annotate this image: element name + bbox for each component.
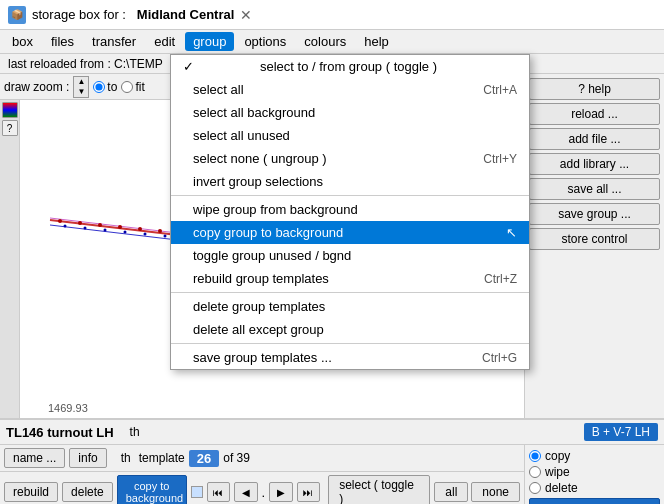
title-bar: 📦 storage box for : Midland Central ✕ [0,0,664,30]
menu-help[interactable]: help [356,32,397,51]
menu-group[interactable]: group [185,32,234,51]
reload-button[interactable]: reload ... [529,103,660,125]
separator-2 [171,292,529,293]
nav-last-button[interactable]: ⏭ [297,482,321,502]
separator-3 [171,343,529,344]
info-button[interactable]: info [69,448,106,468]
right-panel: ? help reload ... add file ... add libra… [525,74,664,418]
name-button[interactable]: name ... [4,448,65,468]
menu-bar: box files transfer edit group options co… [0,30,664,54]
nav-first-button[interactable]: ⏮ [207,482,231,502]
bottom-left: name ... info th template 26 of 39 rebui… [0,445,525,504]
all-none-group: all none [434,482,520,502]
separator-1 [171,195,529,196]
svg-point-15 [144,233,147,236]
canvas-tools: ? [0,100,20,418]
nav-dot: . [262,485,266,500]
dropdown-item-toggle-unused[interactable]: toggle group unused / bgnd [171,244,529,267]
bottom-main: name ... info th template 26 of 39 rebui… [0,445,664,504]
svg-point-14 [124,231,127,234]
dropdown-item-delete-all-except[interactable]: delete all except group [171,318,529,341]
version-badge: B + V-7 LH [584,423,658,441]
menu-options[interactable]: options [236,32,294,51]
dropdown-item-select-all-unused[interactable]: select all unused [171,124,529,147]
svg-point-8 [158,229,162,233]
dropdown-item-select-toggle[interactable]: select to / from group ( toggle ) [171,55,529,78]
spinner-down[interactable]: ▼ [74,87,88,97]
radio-group: copy wipe delete [529,449,660,495]
svg-point-11 [64,225,67,228]
copy-background-button[interactable]: copy to background [117,475,187,504]
svg-point-13 [104,229,107,232]
app-icon: 📦 [8,6,26,24]
dropdown-item-save-templates[interactable]: save group templates ... Ctrl+G [171,346,529,369]
svg-point-3 [58,219,62,223]
menu-edit[interactable]: edit [146,32,183,51]
tool-question[interactable]: ? [2,120,18,136]
dropdown-item-copy-bg[interactable]: copy group to background ↖ [171,221,529,244]
zoom-spinner[interactable]: ▲ ▼ [73,76,89,98]
page-number: 26 [189,450,219,467]
coord-label: 1469.93 [48,402,88,414]
tl-info-row: TL146 turnout LH th B + V-7 LH [0,420,664,445]
bottom-section: TL146 turnout LH th B + V-7 LH name ... … [0,418,664,504]
tool-color[interactable] [2,102,18,118]
menu-transfer[interactable]: transfer [84,32,144,51]
add-file-button[interactable]: add file ... [529,128,660,150]
cursor-icon: ↖ [506,225,517,240]
dropdown-item-select-all[interactable]: select all Ctrl+A [171,78,529,101]
dropdown-item-select-none[interactable]: select none ( ungroup ) Ctrl+Y [171,147,529,170]
menu-files[interactable]: files [43,32,82,51]
none-button[interactable]: none [471,482,520,502]
menu-colours[interactable]: colours [296,32,354,51]
dropdown-item-wipe-bg[interactable]: wipe group from background [171,198,529,221]
rebuild-button[interactable]: rebuild [4,482,58,502]
all-button[interactable]: all [434,482,468,502]
menu-box[interactable]: box [4,32,41,51]
zoom-to-radio[interactable]: to [93,80,117,94]
zoom-fit-radio[interactable]: fit [121,80,144,94]
svg-point-4 [78,221,82,225]
nav-prev-button[interactable]: ◀ [234,482,258,502]
group-dropdown-menu: select to / from group ( toggle ) select… [170,54,530,370]
save-all-button[interactable]: save all ... [529,178,660,200]
select-toggle-button[interactable]: select ( toggle ) [328,475,430,504]
wipe-radio[interactable]: wipe [529,465,660,479]
close-button[interactable]: ✕ [234,5,258,25]
spinner-up[interactable]: ▲ [74,77,88,87]
svg-point-16 [164,235,167,238]
copy-radio[interactable]: copy [529,449,660,463]
bottom-right: copy wipe delete to the control template… [525,445,664,504]
store-control-button[interactable]: store control [529,228,660,250]
dropdown-item-delete-templates[interactable]: delete group templates [171,295,529,318]
copy-bg-checkbox[interactable] [191,486,203,498]
nav-next-button[interactable]: ▶ [269,482,293,502]
title-text: storage box for : Midland Central [32,7,234,22]
svg-point-7 [138,227,142,231]
svg-point-5 [98,223,102,227]
dropdown-item-invert[interactable]: invert group selections [171,170,529,193]
svg-point-12 [84,227,87,230]
delete-radio[interactable]: delete [529,481,660,495]
dropdown-item-select-all-bg[interactable]: select all background [171,101,529,124]
controls-row-1: name ... info th template 26 of 39 [0,445,524,472]
dropdown-item-rebuild[interactable]: rebuild group templates Ctrl+Z [171,267,529,290]
svg-point-6 [118,225,122,229]
controls-row-2: rebuild delete copy to background ⏮ ◀ . … [0,472,524,504]
add-library-button[interactable]: add library ... [529,153,660,175]
to-control-template-button[interactable]: to the control template [529,498,660,504]
tl-label: TL146 turnout LH [6,425,114,440]
delete-button[interactable]: delete [62,482,113,502]
save-group-button[interactable]: save group ... [529,203,660,225]
help-button[interactable]: ? help [529,78,660,100]
